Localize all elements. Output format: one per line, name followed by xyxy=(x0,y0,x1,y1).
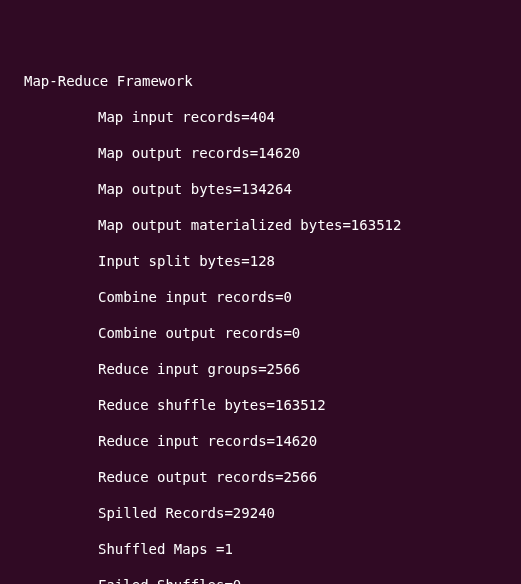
counter-line: Shuffled Maps =1 xyxy=(0,540,521,558)
counter-line: Spilled Records=29240 xyxy=(0,504,521,522)
counter-line: Input split bytes=128 xyxy=(0,252,521,270)
counter-line: Reduce shuffle bytes=163512 xyxy=(0,396,521,414)
counter-line: Map output materialized bytes=163512 xyxy=(0,216,521,234)
counter-line: Map output records=14620 xyxy=(0,144,521,162)
counter-line: Map input records=404 xyxy=(0,108,521,126)
counter-line: Combine output records=0 xyxy=(0,324,521,342)
counter-line: Combine input records=0 xyxy=(0,288,521,306)
counter-line: Reduce input groups=2566 xyxy=(0,360,521,378)
counter-line: Failed Shuffles=0 xyxy=(0,576,521,584)
section-title-mapreduce: Map-Reduce Framework xyxy=(0,72,521,90)
counter-line: Reduce output records=2566 xyxy=(0,468,521,486)
counter-line: Map output bytes=134264 xyxy=(0,180,521,198)
counter-line: Reduce input records=14620 xyxy=(0,432,521,450)
